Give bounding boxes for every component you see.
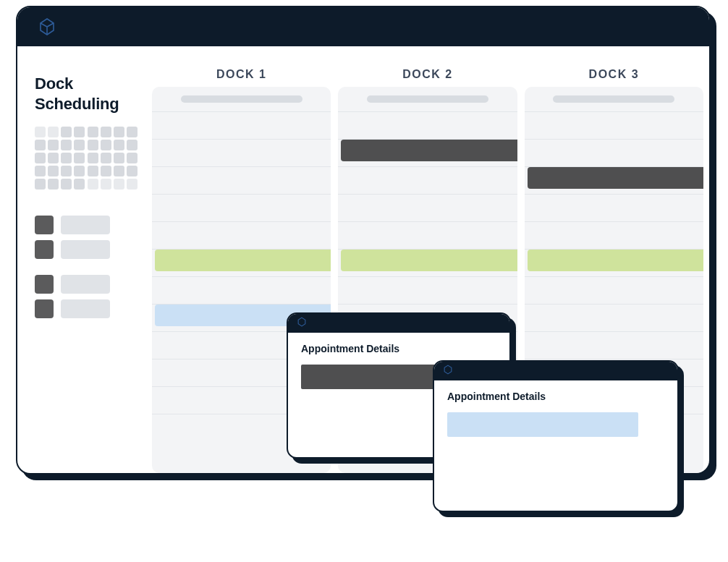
popup-title: Appointment Details [447, 391, 664, 402]
calendar-day[interactable] [35, 179, 46, 190]
legend-label-placeholder [61, 299, 110, 318]
page-title: Dock Scheduling [35, 74, 137, 114]
sidebar: Dock Scheduling [17, 46, 152, 473]
main-titlebar [17, 7, 709, 46]
appointment-details-popup-2[interactable]: Appointment Details [433, 360, 679, 512]
calendar-day[interactable] [127, 127, 137, 137]
calendar-day[interactable] [48, 153, 59, 163]
calendar-day[interactable] [88, 179, 98, 190]
popup-title: Appointment Details [301, 343, 496, 354]
legend-item[interactable] [35, 275, 137, 294]
logo-icon [443, 365, 453, 378]
calendar-day[interactable] [101, 140, 111, 150]
popup-titlebar[interactable] [434, 362, 677, 380]
legend-swatch-icon [35, 275, 54, 294]
calendar-day[interactable] [61, 179, 72, 190]
appointment-event[interactable] [341, 140, 517, 161]
calendar-day[interactable] [88, 140, 98, 150]
logo-icon [38, 17, 56, 36]
calendar-day[interactable] [61, 153, 72, 163]
legend-label-placeholder [61, 216, 110, 234]
calendar-day[interactable] [48, 140, 59, 150]
legend-label-placeholder [61, 240, 110, 259]
calendar-day[interactable] [48, 127, 59, 137]
calendar-day[interactable] [101, 179, 111, 190]
calendar-day[interactable] [88, 127, 98, 137]
calendar-mini[interactable] [35, 127, 137, 190]
calendar-day[interactable] [114, 127, 124, 137]
dock-subheader-placeholder [553, 95, 674, 103]
calendar-day[interactable] [114, 140, 124, 150]
appointment-detail-bar [447, 412, 638, 437]
calendar-day[interactable] [74, 153, 85, 163]
legend-item[interactable] [35, 216, 137, 234]
calendar-day[interactable] [61, 166, 72, 176]
calendar-day[interactable] [101, 153, 111, 163]
calendar-day[interactable] [127, 140, 137, 150]
legend-swatch-icon [35, 240, 54, 259]
calendar-day[interactable] [101, 166, 111, 176]
calendar-day[interactable] [74, 166, 85, 176]
appointment-event[interactable] [528, 250, 703, 271]
dock-subheader-placeholder [181, 95, 302, 103]
calendar-day[interactable] [127, 179, 137, 190]
dock-header: DOCK 1 [152, 68, 331, 81]
dock-subheader-placeholder [367, 95, 488, 103]
calendar-day[interactable] [127, 166, 137, 176]
dock-header: DOCK 2 [338, 68, 517, 81]
calendar-day[interactable] [35, 153, 46, 163]
calendar-day[interactable] [48, 166, 59, 176]
calendar-day[interactable] [35, 140, 46, 150]
logo-icon [297, 317, 307, 330]
calendar-day[interactable] [48, 179, 59, 190]
calendar-day[interactable] [35, 166, 46, 176]
calendar-day[interactable] [101, 127, 111, 137]
calendar-day[interactable] [74, 140, 85, 150]
calendar-day[interactable] [74, 127, 85, 137]
legend-item[interactable] [35, 240, 137, 259]
calendar-day[interactable] [35, 127, 46, 137]
calendar-day[interactable] [88, 166, 98, 176]
calendar-day[interactable] [88, 153, 98, 163]
calendar-day[interactable] [114, 179, 124, 190]
appointment-event[interactable] [528, 167, 703, 189]
calendar-day[interactable] [61, 127, 72, 137]
dock-header: DOCK 3 [525, 68, 703, 81]
appointment-event[interactable] [341, 250, 517, 271]
calendar-day[interactable] [61, 140, 72, 150]
legend-item[interactable] [35, 299, 137, 318]
legend-group-1 [35, 216, 137, 259]
legend-label-placeholder [61, 275, 110, 294]
calendar-day[interactable] [114, 153, 124, 163]
calendar-day[interactable] [74, 179, 85, 190]
appointment-event[interactable] [155, 250, 331, 271]
calendar-day[interactable] [114, 166, 124, 176]
calendar-day[interactable] [127, 153, 137, 163]
legend-group-2 [35, 275, 137, 318]
popup-titlebar[interactable] [288, 314, 509, 333]
legend-swatch-icon [35, 299, 54, 318]
legend-swatch-icon [35, 216, 54, 234]
